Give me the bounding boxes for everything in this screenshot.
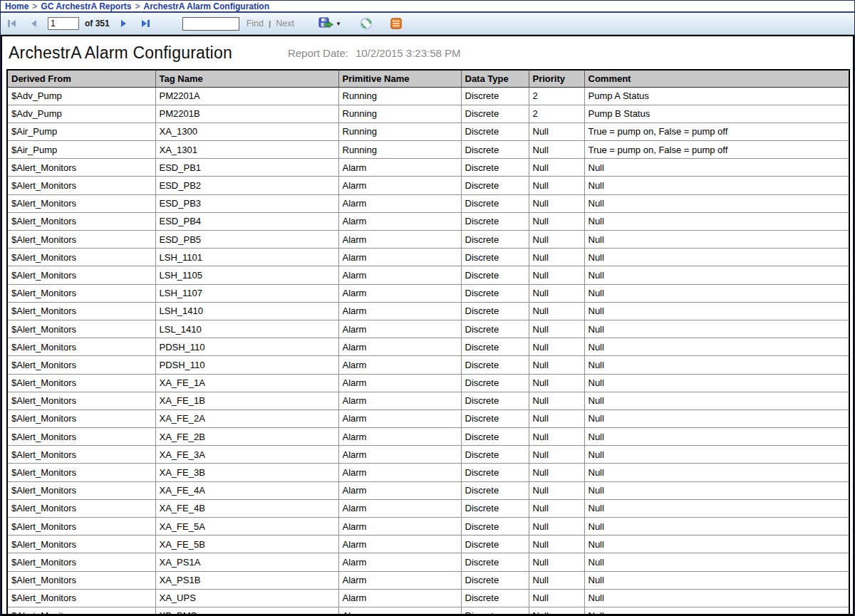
table-row: $Alert_MonitorsLSH_1101AlarmDiscreteNull… xyxy=(7,249,849,266)
table-cell: Discrete xyxy=(461,122,529,140)
next-page-icon[interactable] xyxy=(120,19,128,28)
table-cell: Null xyxy=(584,409,849,427)
last-page-icon[interactable] xyxy=(140,19,151,28)
refresh-icon[interactable] xyxy=(360,17,373,30)
table-row: $Alert_MonitorsESD_PB3AlarmDiscreteNullN… xyxy=(7,194,849,212)
table-cell: Discrete xyxy=(461,194,529,212)
table-cell: Null xyxy=(584,194,849,212)
table-row: $Air_PumpXA_1301RunningDiscreteNullTrue … xyxy=(7,141,849,159)
table-cell: Discrete xyxy=(461,607,529,616)
table-cell: Null xyxy=(529,194,584,212)
table-row: $Alert_MonitorsXA_FE_2AAlarmDiscreteNull… xyxy=(7,409,849,427)
table-cell: True = pump on, False = pump off xyxy=(584,122,849,140)
table-cell: Null xyxy=(529,374,584,392)
table-cell: Null xyxy=(529,392,584,409)
table-cell: Null xyxy=(584,374,849,392)
report-toolbar: of 351 Find | Next xyxy=(1,13,854,35)
table-row: $Alert_MonitorsXA_FE_1BAlarmDiscreteNull… xyxy=(7,392,849,409)
export-dropdown-caret[interactable]: ▼ xyxy=(336,21,341,27)
table-cell: Alarm xyxy=(338,284,461,302)
table-cell: Discrete xyxy=(461,499,529,517)
table-cell: Discrete xyxy=(461,105,529,122)
export-save-icon[interactable] xyxy=(318,17,334,30)
table-cell: Null xyxy=(529,141,584,159)
breadcrumb-link[interactable]: GC ArchestrA Reports xyxy=(41,1,131,11)
table-row: $Alert_MonitorsXA_FE_2BAlarmDiscreteNull… xyxy=(7,428,849,446)
table-cell: Null xyxy=(584,302,849,320)
table-cell: XA_1301 xyxy=(155,141,338,159)
table-row: $Alert_MonitorsESD_PB1AlarmDiscreteNullN… xyxy=(7,159,849,177)
table-cell: Discrete xyxy=(461,320,529,338)
table-cell: $Air_Pump xyxy=(7,141,155,159)
table-cell: XA_FE_5B xyxy=(155,536,338,553)
table-cell: $Alert_Monitors xyxy=(7,302,155,320)
find-input[interactable] xyxy=(182,17,239,31)
table-cell: Null xyxy=(584,481,849,499)
table-row: $Alert_MonitorsXA_FE_5BAlarmDiscreteNull… xyxy=(7,536,849,553)
table-cell: Null xyxy=(584,249,849,266)
table-cell: Null xyxy=(529,481,584,499)
table-cell: Discrete xyxy=(461,374,529,392)
table-cell: Discrete xyxy=(461,159,529,177)
table-cell: $Alert_Monitors xyxy=(7,499,155,517)
table-cell: Null xyxy=(584,320,849,338)
table-cell: Alarm xyxy=(338,177,461,194)
table-cell: Alarm xyxy=(338,409,461,427)
table-cell: Null xyxy=(584,428,849,446)
table-cell: Null xyxy=(584,536,849,553)
table-cell: Discrete xyxy=(461,464,529,481)
table-cell: Null xyxy=(529,159,584,177)
table-cell: Discrete xyxy=(461,249,529,266)
table-cell: Null xyxy=(529,499,584,517)
table-cell: Null xyxy=(584,571,849,589)
table-cell: $Adv_Pump xyxy=(7,105,155,122)
table-cell: ESD_PB2 xyxy=(155,177,338,194)
table-cell: Null xyxy=(529,338,584,356)
previous-page-icon[interactable] xyxy=(29,19,38,28)
column-header: Tag Name xyxy=(155,70,338,87)
report-viewer-page: Home>GC ArchestrA Reports>ArchestrA Alar… xyxy=(0,0,855,616)
table-cell: Alarm xyxy=(338,249,461,266)
table-cell: Null xyxy=(529,571,584,589)
table-cell: Discrete xyxy=(461,356,529,374)
table-cell: $Alert_Monitors xyxy=(7,481,155,499)
breadcrumb-separator: > xyxy=(32,1,37,11)
table-cell: Discrete xyxy=(461,428,529,446)
data-feed-icon[interactable] xyxy=(390,18,402,29)
table-cell: Discrete xyxy=(461,87,529,105)
table-cell: Alarm xyxy=(338,481,461,499)
column-header: Priority xyxy=(529,70,584,87)
find-next-separator: | xyxy=(269,19,271,28)
table-cell: $Alert_Monitors xyxy=(7,409,155,427)
table-cell: Discrete xyxy=(461,284,529,302)
find-button[interactable]: Find xyxy=(247,19,264,28)
first-page-icon[interactable] xyxy=(6,19,18,28)
table-cell: Alarm xyxy=(338,338,461,356)
breadcrumb-link[interactable]: ArchestrA Alarm Configuration xyxy=(144,1,269,11)
alarm-configuration-table: Derived FromTag NamePrimitive NameData T… xyxy=(6,69,850,616)
table-cell: Null xyxy=(529,302,584,320)
table-cell: Null xyxy=(584,392,849,409)
table-row: $Alert_MonitorsLSL_1410AlarmDiscreteNull… xyxy=(7,320,849,338)
table-cell: XA_UPS xyxy=(155,589,338,607)
table-cell: XA_FE_2A xyxy=(155,409,338,427)
column-header: Primitive Name xyxy=(338,70,461,87)
table-cell: Discrete xyxy=(461,446,529,464)
table-cell: $Alert_Monitors xyxy=(7,392,155,409)
table-cell: ESD_PB4 xyxy=(155,212,338,230)
table-cell: $Alert_Monitors xyxy=(7,553,155,571)
table-cell: Discrete xyxy=(461,536,529,553)
breadcrumb-link[interactable]: Home xyxy=(5,1,28,11)
table-cell: Null xyxy=(529,589,584,607)
table-cell: Discrete xyxy=(461,266,529,284)
table-cell: $Air_Pump xyxy=(7,122,155,140)
table-cell: ESD_PB3 xyxy=(155,194,338,212)
table-cell: $Adv_Pump xyxy=(7,87,155,105)
table-cell: LSH_1410 xyxy=(155,302,338,320)
find-next-button[interactable]: Next xyxy=(276,19,294,28)
table-cell: XB_BMS xyxy=(155,607,338,616)
page-number-input[interactable] xyxy=(48,17,79,30)
table-cell: Null xyxy=(529,553,584,571)
table-cell: Null xyxy=(529,212,584,230)
table-cell: ESD_PB1 xyxy=(155,159,338,177)
